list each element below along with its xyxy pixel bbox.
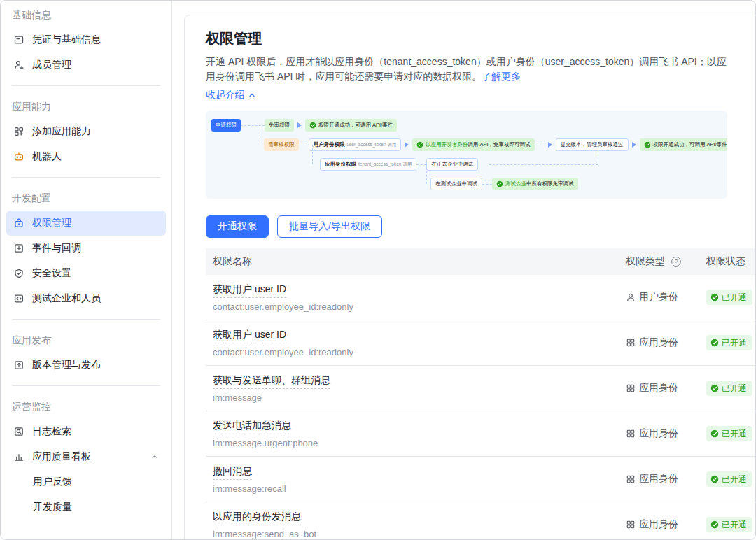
sidebar-section-capabilities: 应用能力 — [6, 94, 166, 119]
table-row: 获取用户 user ID contact:user.employee_id:re… — [206, 275, 756, 320]
flow-arrow-icon — [632, 142, 636, 148]
robot-icon — [13, 151, 24, 162]
chevron-up-icon[interactable] — [150, 453, 159, 461]
app-window: 基础信息 凭证与基础信息 成员管理 应用能力 添加应用能力 机器人 — [0, 0, 756, 540]
sidebar-item-log-search[interactable]: 日志检索 — [6, 419, 166, 444]
sidebar-item-label: 事件与回调 — [32, 242, 81, 255]
permission-flow-diagram: 申请权限 免审权限 权限开通成功，可调用 API/事件 需审核权限 用户身份权限… — [206, 111, 727, 199]
flow-connector — [598, 145, 598, 164]
sidebar-item-security[interactable]: 安全设置 — [6, 261, 166, 286]
sidebar-section-basic-info: 基础信息 — [6, 2, 166, 27]
help-question-icon[interactable]: ? — [671, 257, 681, 267]
check-circle-icon — [710, 475, 719, 483]
permission-code: contact:user.employee_id:readonly — [213, 347, 626, 357]
flow-user-perm-label: 用户身份权限 — [314, 141, 345, 148]
app-identity-icon — [626, 338, 636, 348]
flow-arrow-icon — [405, 142, 409, 148]
shield-check-icon — [13, 268, 24, 279]
sidebar-item-label: 凭证与基础信息 — [32, 34, 101, 46]
flow-connector — [299, 145, 309, 145]
permission-code: contact:user.employee_id:readonly — [213, 301, 626, 312]
flow-success-label: 权限开通成功，可调用 API/事件 — [318, 122, 393, 129]
flow-apply-node: 申请权限 — [211, 119, 241, 132]
permission-name[interactable]: 撤回消息 — [213, 465, 252, 480]
open-permission-button[interactable]: 开通权限 — [206, 215, 269, 238]
batch-import-export-button[interactable]: 批量导入/导出权限 — [277, 215, 382, 238]
sidebar: 基础信息 凭证与基础信息 成员管理 应用能力 添加应用能力 机器人 — [1, 1, 172, 539]
add-capability-icon — [13, 126, 24, 137]
status-label: 已开通 — [722, 383, 747, 395]
page-description: 开通 API 权限后，应用才能以应用身份（tenant_access_token… — [206, 55, 729, 84]
flow-testorg-rest-label: 中所有权限免审调试 — [526, 180, 574, 187]
flow-connector — [241, 125, 265, 126]
status-badge: 已开通 — [706, 335, 752, 350]
permission-name[interactable]: 获取用户 user ID — [213, 283, 286, 298]
check-circle-icon — [710, 429, 719, 438]
flow-success-node: 权限开通成功，可调用 API/事件 — [305, 119, 397, 132]
sidebar-item-bot[interactable]: 机器人 — [6, 144, 166, 169]
sidebar-item-version-release[interactable]: 版本管理与发布 — [6, 353, 166, 378]
release-arrow-icon — [13, 360, 24, 371]
permission-type: 应用身份 — [639, 473, 678, 485]
sidebar-item-label: 日志检索 — [32, 425, 71, 438]
check-circle-icon — [710, 293, 719, 301]
status-badge: 已开通 — [706, 517, 752, 532]
sidebar-item-test-org[interactable]: 测试企业和人员 — [6, 286, 166, 311]
sidebar-item-add-capability[interactable]: 添加应用能力 — [6, 119, 166, 144]
sidebar-item-quality-dashboard[interactable]: 应用质量看板 — [6, 444, 166, 469]
flow-app-permission-node: 应用身份权限 tenant_access_token 调用 — [320, 158, 416, 171]
check-circle-icon — [710, 384, 719, 392]
sidebar-item-label: 机器人 — [32, 150, 62, 163]
sidebar-item-label: 版本管理与发布 — [32, 359, 101, 371]
sidebar-item-permissions[interactable]: 权限管理 — [6, 211, 166, 236]
app-identity-icon — [626, 383, 636, 393]
collapse-intro-link[interactable]: 收起介绍 — [206, 89, 256, 101]
status-badge: 已开通 — [706, 290, 752, 305]
bar-chart-icon — [13, 451, 24, 462]
flow-user-perm-token: user_access_token 调用 — [347, 142, 397, 148]
check-circle-icon — [710, 339, 719, 347]
flow-connector — [426, 164, 427, 184]
sidebar-divider — [12, 85, 160, 86]
flow-arrow-icon — [298, 122, 302, 128]
flow-submit-node: 提交版本，管理员审核通过 — [556, 138, 629, 151]
status-badge: 已开通 — [706, 426, 752, 441]
header-type-label: 权限类型 — [626, 255, 665, 268]
description-text: 开通 API 权限后，应用才能以应用身份（tenant_access_token… — [206, 56, 727, 82]
header-permission-status: 权限状态 — [706, 255, 756, 268]
app-identity-icon — [626, 520, 636, 530]
sidebar-subitem-user-feedback[interactable]: 用户反馈 — [6, 469, 166, 495]
sidebar-item-members[interactable]: 成员管理 — [6, 52, 166, 78]
sidebar-item-label: 安全设置 — [32, 267, 71, 280]
page-title: 权限管理 — [206, 29, 756, 48]
table-row: 发送电话加急消息 im:message.urgent:phone 应用身份 已开… — [206, 411, 756, 457]
learn-more-link[interactable]: 了解更多 — [482, 71, 521, 82]
status-label: 已开通 — [722, 337, 747, 349]
table-row: 以应用的身份发消息 im:message:send_as_bot 应用身份 已开… — [206, 502, 756, 540]
check-circle-icon — [496, 180, 503, 187]
flow-test-debug-node: 在测试企业中调试 — [430, 178, 482, 190]
event-callback-icon — [13, 243, 24, 254]
table-row: 撤回消息 im:message:recall 应用身份 已开通 — [206, 457, 756, 502]
sidebar-section-release: 应用发布 — [6, 327, 166, 353]
sidebar-item-events[interactable]: 事件与回调 — [6, 236, 166, 261]
table-row: 获取用户 user ID contact:user.employee_id:re… — [206, 320, 756, 366]
permission-type: 用户身份 — [639, 291, 678, 304]
sidebar-item-credentials[interactable]: 凭证与基础信息 — [6, 27, 166, 52]
permission-name[interactable]: 获取用户 user ID — [213, 329, 286, 343]
permission-name[interactable]: 获取与发送单聊、群组消息 — [213, 374, 330, 389]
flow-no-review-node: 免审权限 — [265, 119, 294, 132]
sidebar-divider — [12, 385, 160, 386]
sidebar-item-label: 成员管理 — [32, 59, 71, 71]
code-icon — [13, 293, 24, 304]
permission-type: 应用身份 — [639, 382, 678, 395]
header-permission-name: 权限名称 — [206, 255, 626, 268]
flow-success-node-2: 权限开通成功，可调用 API/事件 — [640, 138, 728, 151]
permission-name[interactable]: 发送电话加急消息 — [213, 420, 291, 434]
check-circle-icon — [416, 141, 424, 148]
permission-name[interactable]: 以应用的身份发消息 — [213, 511, 301, 525]
sidebar-subitem-dev-quality[interactable]: 开发质量 — [6, 495, 166, 520]
permission-lock-icon — [13, 218, 24, 229]
permission-code: im:message.urgent:phone — [213, 438, 626, 448]
main-content: 权限管理 开通 API 权限后，应用才能以应用身份（tenant_access_… — [184, 15, 756, 540]
